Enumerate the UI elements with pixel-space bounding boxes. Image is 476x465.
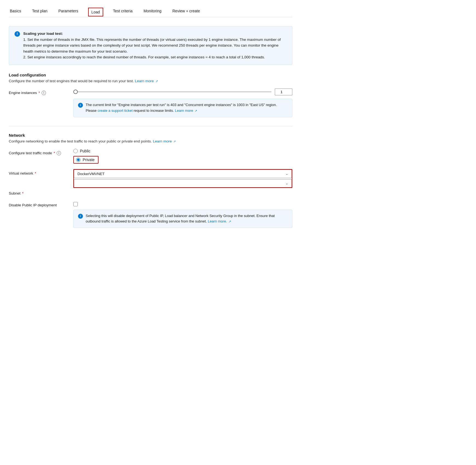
slider-track[interactable] [73,91,272,92]
subnet-label-row: Subnet * [9,189,292,195]
scaling-info-box: i Scaling your load test: 1. Set the num… [9,26,292,65]
engine-instances-control: i The current limit for "Engine instance… [73,89,292,117]
info-icon: i [15,31,20,37]
tab-navigation: Basics Test plan Parameters Load Test cr… [9,7,292,17]
external-link-icon-2: ↗ [195,109,197,113]
network-dropdowns-wrapper: DockerVMVNET ⌄ ⌄ [73,169,292,188]
required-marker-traffic: * [54,151,55,155]
virtual-network-row: Virtual network * DockerVMVNET ⌄ ⌄ [9,169,292,188]
traffic-mode-info-icon[interactable]: i [57,151,61,155]
load-configuration-title: Load configuration [9,73,292,77]
tab-test-plan[interactable]: Test plan [31,7,48,17]
radio-private-wrapper: Private [73,156,99,164]
traffic-mode-row: Configure test traffic mode * i Public P… [9,149,292,164]
engine-limit-note: i The current limit for "Engine instance… [73,99,292,117]
engine-instances-input[interactable] [275,89,292,95]
disable-note-info-icon: i [78,214,83,219]
disable-public-ip-label: Disable Public IP deployment [9,201,69,207]
disable-note-text: Selecting this will disable deployment o… [86,213,288,225]
disable-public-ip-row: Disable Public IP deployment i Selecting… [9,201,292,228]
external-link-icon-3: ↗ [173,140,176,143]
slider-row [73,89,292,95]
disable-public-ip-note: i Selecting this will disable deployment… [73,210,292,228]
section-divider [9,126,292,126]
radio-public-input[interactable] [73,149,78,153]
tab-test-criteria[interactable]: Test criteria [112,7,134,17]
scaling-info-line2: 2. Set engine instances accordingly to r… [23,55,265,59]
create-support-ticket-link[interactable]: create a support ticket [97,109,132,113]
disable-public-ip-control: i Selecting this will disable deployment… [73,201,292,228]
load-configuration-section: Load configuration Configure the number … [9,73,292,117]
scaling-info-text: Scaling your load test: 1. Set the numbe… [23,31,287,60]
tab-parameters[interactable]: Parameters [57,7,79,17]
virtual-network-value: DockerVMVNET [77,172,105,176]
traffic-mode-control: Public Private [73,149,292,164]
scaling-info-line1: 1. Set the number of threads in the JMX … [23,38,281,53]
external-link-icon-4: ↗ [229,219,231,224]
network-desc: Configure networking to enable the test … [9,139,292,143]
virtual-network-dropdown[interactable]: DockerVMVNET ⌄ [74,170,292,178]
radio-private-input[interactable] [76,158,80,162]
required-marker-vnet: * [35,171,36,175]
network-learn-more[interactable]: Learn more ↗ [153,139,176,143]
load-configuration-learn-more[interactable]: Learn more ↗ [135,79,158,83]
note-info-icon: i [78,103,83,108]
virtual-network-label: Virtual network * [9,169,69,175]
external-link-icon: ↗ [155,79,158,83]
tab-load[interactable]: Load [88,8,103,16]
required-marker: * [39,91,40,95]
engine-instances-label: Engine instances * i [9,89,69,95]
note-text-content: The current limit for "Engine instances … [86,102,288,114]
subnet-chevron-icon: ⌄ [285,181,288,185]
radio-private-label: Private [83,158,95,162]
traffic-mode-label: Configure test traffic mode * i [9,149,69,155]
engine-instances-row: Engine instances * i i The current limit… [9,89,292,117]
subnet-separator [74,178,292,178]
radio-public[interactable]: Public [73,149,292,153]
disable-public-ip-checkbox[interactable] [73,202,78,206]
radio-private-wrapper-label[interactable]: Private [73,156,292,164]
virtual-network-control: DockerVMVNET ⌄ ⌄ [73,169,292,188]
load-configuration-desc: Configure the number of test engines tha… [9,79,292,83]
tab-review-create[interactable]: Review + create [171,7,201,17]
tab-monitoring[interactable]: Monitoring [142,7,162,17]
network-title: Network [9,133,292,138]
engine-learn-more-link[interactable]: Learn more ↗ [175,109,197,113]
scaling-info-title: Scaling your load test: [23,32,63,36]
disable-learn-more-link[interactable]: Learn more. ↗ [208,219,231,223]
network-section: Network Configure networking to enable t… [9,133,292,228]
required-marker-subnet: * [22,191,24,195]
traffic-mode-radio-group: Public Private [73,149,292,164]
tabs-container: Basics Test plan Parameters Load Test cr… [9,7,292,17]
virtual-network-chevron-icon: ⌄ [285,172,288,176]
disable-public-ip-checkbox-group [73,201,292,206]
tab-basics[interactable]: Basics [9,7,22,17]
radio-public-label: Public [80,149,90,153]
engine-instances-info-icon[interactable]: i [42,91,46,95]
subnet-label: Subnet * [9,189,69,195]
subnet-dropdown[interactable]: ⌄ [74,179,292,187]
slider-thumb[interactable] [73,90,78,94]
